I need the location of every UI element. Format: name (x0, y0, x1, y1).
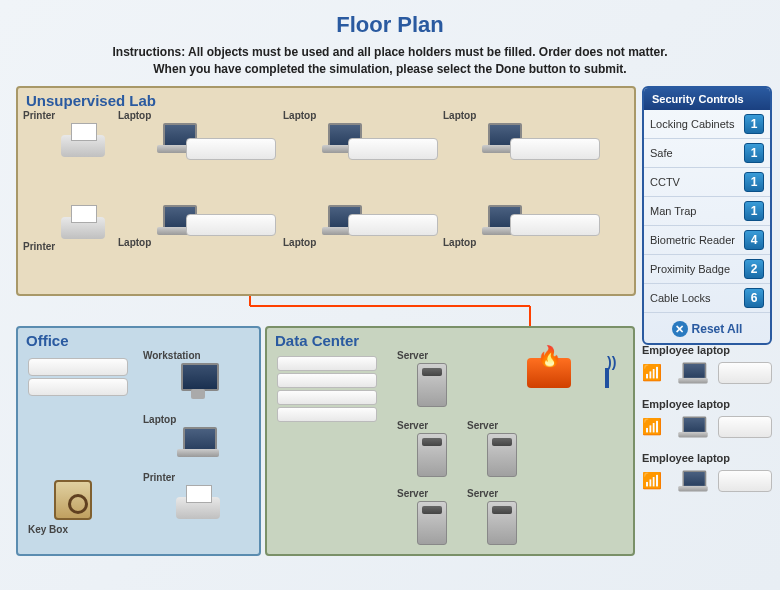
employee-laptop-label: Employee laptop (642, 452, 772, 464)
placeholder-drop[interactable] (510, 138, 600, 160)
security-item-count: 1 (744, 201, 764, 221)
security-item-count: 4 (744, 230, 764, 250)
security-item-label: Safe (650, 147, 673, 159)
security-item-locking-cabinets[interactable]: Locking Cabinets 1 (644, 110, 770, 139)
server-icon (417, 363, 447, 407)
security-item-label: CCTV (650, 176, 680, 188)
security-item-label: Locking Cabinets (650, 118, 734, 130)
device-label: Server (467, 420, 537, 431)
security-item-count: 6 (744, 288, 764, 308)
device-label: Laptop (118, 110, 238, 121)
zone-office: Office Workstation Laptop Printer Key Bo… (16, 326, 261, 556)
office-printer: Printer (143, 472, 253, 521)
dc-server-2: Server (397, 420, 467, 479)
dc-server-3: Server (467, 420, 537, 479)
dc-server-1: Server (397, 350, 467, 409)
wifi-icon (642, 417, 668, 437)
security-item-label: Cable Locks (650, 292, 711, 304)
security-item-proximity-badge[interactable]: Proximity Badge 2 (644, 255, 770, 284)
device-label: Server (397, 420, 467, 431)
printer-icon (61, 123, 105, 157)
security-item-count: 1 (744, 143, 764, 163)
device-label: Laptop (443, 110, 563, 121)
device-label: Printer (143, 472, 253, 483)
office-workstation: Workstation (143, 350, 253, 401)
security-item-label: Biometric Reader (650, 234, 735, 246)
dc-firewall (527, 358, 571, 388)
server-icon (487, 433, 517, 477)
security-item-count: 2 (744, 259, 764, 279)
placeholder-stack[interactable] (277, 356, 377, 424)
laptop-icon (678, 416, 707, 437)
security-item-cctv[interactable]: CCTV 1 (644, 168, 770, 197)
server-icon (417, 501, 447, 545)
server-icon (417, 433, 447, 477)
security-item-safe[interactable]: Safe 1 (644, 139, 770, 168)
wifi-icon (642, 363, 668, 383)
firewall-icon (527, 358, 571, 388)
safe-icon (54, 480, 92, 520)
placeholder-drop[interactable] (28, 358, 128, 376)
placeholder-drop[interactable] (28, 378, 128, 396)
instructions-line1: Instructions: All objects must be used a… (113, 45, 668, 59)
employee-laptop-1: Employee laptop (642, 344, 772, 388)
workstation-icon (177, 363, 219, 399)
security-item-cable-locks[interactable]: Cable Locks 6 (644, 284, 770, 313)
placeholder-drop[interactable] (718, 470, 772, 492)
zone-unsupervised-lab: Unsupervised Lab Printer Laptop Laptop L… (16, 86, 636, 296)
dc-server-5: Server (467, 488, 537, 547)
security-controls-panel: Security Controls Locking Cabinets 1 Saf… (642, 86, 772, 346)
security-item-biometric-reader[interactable]: Biometric Reader 4 (644, 226, 770, 255)
placeholder-drop[interactable] (186, 138, 276, 160)
dc-antenna (597, 358, 617, 388)
office-keybox: Key Box (28, 478, 118, 535)
laptop-icon (678, 362, 707, 383)
server-icon (487, 501, 517, 545)
security-item-label: Proximity Badge (650, 263, 730, 275)
wifi-icon (642, 471, 668, 491)
page-title: Floor Plan (0, 0, 780, 44)
device-label: Laptop (443, 237, 563, 248)
main-area: Unsupervised Lab Printer Laptop Laptop L… (0, 86, 780, 576)
placeholder-drop[interactable] (348, 214, 438, 236)
device-label: Workstation (143, 350, 253, 361)
security-item-count: 1 (744, 172, 764, 192)
device-label: Server (397, 350, 467, 361)
device-label: Server (467, 488, 537, 499)
device-label: Laptop (118, 237, 238, 248)
employee-laptop-3: Employee laptop (642, 452, 772, 496)
placeholder-drop[interactable] (510, 214, 600, 236)
dc-server-4: Server (397, 488, 467, 547)
device-label: Key Box (28, 524, 118, 535)
security-item-man-trap[interactable]: Man Trap 1 (644, 197, 770, 226)
employee-laptop-label: Employee laptop (642, 344, 772, 356)
instructions-line2: When you have completed the simulation, … (153, 62, 626, 76)
placeholder-drop[interactable] (348, 138, 438, 160)
placeholder-drop[interactable] (718, 416, 772, 438)
placeholder-drop[interactable] (718, 362, 772, 384)
device-label: Laptop (283, 237, 403, 248)
security-item-count: 1 (744, 114, 764, 134)
reset-label: Reset All (692, 322, 743, 336)
security-panel-header: Security Controls (644, 88, 770, 110)
laptop-icon (177, 427, 219, 457)
office-laptop: Laptop (143, 414, 253, 459)
employee-laptop-label: Employee laptop (642, 398, 772, 410)
placeholder-drop[interactable] (186, 214, 276, 236)
zone-data-center: Data Center Server Server Server Server … (265, 326, 635, 556)
device-label: Server (397, 488, 467, 499)
employee-laptops-area: Employee laptop Employee laptop Employee… (642, 344, 772, 506)
printer-icon (61, 205, 105, 239)
antenna-icon (597, 358, 617, 388)
employee-laptop-2: Employee laptop (642, 398, 772, 442)
security-item-label: Man Trap (650, 205, 696, 217)
printer-icon (176, 485, 220, 519)
close-icon: ✕ (672, 321, 688, 337)
reset-all-button[interactable]: ✕ Reset All (672, 321, 743, 337)
laptop-icon (678, 470, 707, 491)
device-label: Laptop (143, 414, 253, 425)
instructions: Instructions: All objects must be used a… (0, 44, 780, 86)
device-label: Laptop (283, 110, 403, 121)
